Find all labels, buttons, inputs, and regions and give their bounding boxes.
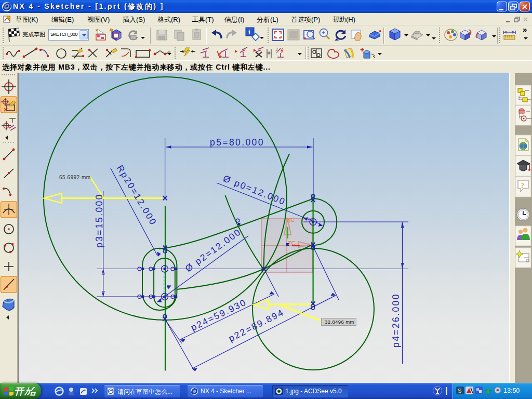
svg-text:65.6992 mm: 65.6992 mm [59,175,91,180]
svg-text:S: S [458,388,461,394]
svg-text:Ø p0=12.000: Ø p0=12.000 [222,173,288,207]
svg-text:?: ? [521,182,524,190]
svg-text:32.8496 mm: 32.8496 mm [325,319,354,325]
svg-text:p3=15.000: p3=15.000 [94,193,104,248]
svg-text:p24=59.930: p24=59.930 [189,297,248,332]
svg-text:ZC: ZC [288,240,296,246]
svg-text:p5=80.000: p5=80.000 [210,137,264,148]
svg-text:i: i [248,28,250,36]
svg-text:Ø p2=12.000: Ø p2=12.000 [183,227,243,274]
svg-text:XC: XC [287,217,295,223]
svg-text:p4=26.000: p4=26.000 [391,293,401,348]
